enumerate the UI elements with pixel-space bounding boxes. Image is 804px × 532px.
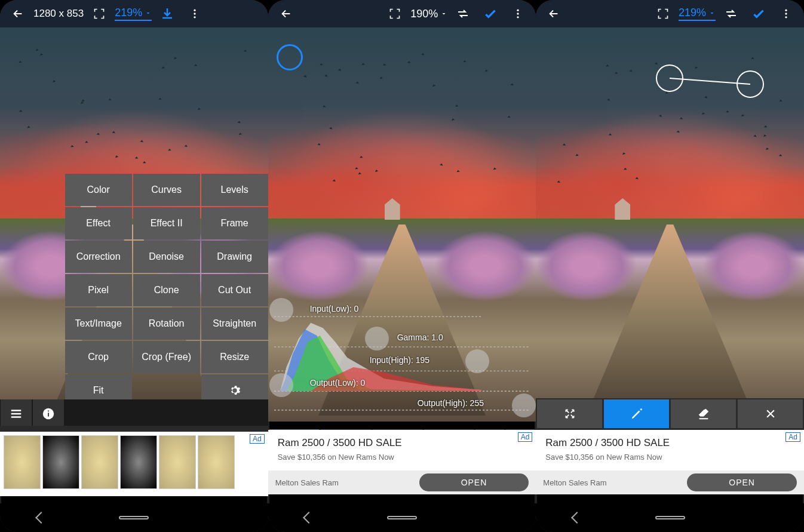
svg-point-13 bbox=[785, 13, 787, 14]
label-input-low: Input(Low): bbox=[310, 304, 352, 313]
handle-input-low[interactable] bbox=[269, 298, 293, 322]
screen-levels: 190% ▾▾▾▾▾▾▾▾▾▾▾▾▾▾▾▾▾▾▾▾▾▾▾▾▾▾▾▾ bbox=[268, 0, 536, 532]
android-navbar bbox=[0, 503, 268, 532]
label-input-high: Input(High): bbox=[370, 355, 413, 365]
ad-subtitle: Save $10,356 on New Rams Now bbox=[545, 453, 662, 462]
fullscreen-icon[interactable] bbox=[383, 2, 407, 26]
ad-badge[interactable]: Ad bbox=[785, 432, 800, 442]
menu-cropfree[interactable]: Crop (Free) bbox=[133, 341, 200, 373]
svg-point-4 bbox=[517, 10, 519, 11]
nav-back-icon[interactable] bbox=[35, 512, 47, 524]
menu-drawing[interactable]: Drawing bbox=[201, 241, 268, 273]
ad-badge[interactable]: Ad bbox=[518, 432, 533, 442]
zoom-dropdown[interactable]: 219% bbox=[115, 7, 152, 21]
image-dimensions: 1280 x 853 bbox=[33, 8, 84, 20]
menu-textimage[interactable]: Text/Image bbox=[65, 307, 132, 340]
handle-gamma[interactable] bbox=[365, 327, 389, 350]
ad-title: Ram 2500 / 3500 HD SALE bbox=[278, 437, 402, 449]
ad-open-button[interactable]: OPEN bbox=[687, 473, 797, 491]
back-icon[interactable] bbox=[542, 2, 566, 26]
ad-thumb[interactable] bbox=[198, 435, 235, 489]
overflow-icon[interactable] bbox=[183, 2, 207, 26]
nav-back-icon[interactable] bbox=[571, 512, 583, 524]
ad-thumb[interactable] bbox=[159, 435, 196, 489]
compare-icon[interactable] bbox=[719, 2, 743, 26]
back-icon[interactable] bbox=[274, 2, 298, 26]
back-icon[interactable] bbox=[6, 2, 30, 26]
nav-home-icon[interactable] bbox=[119, 516, 149, 519]
ad-open-button[interactable]: OPEN bbox=[419, 473, 529, 491]
ad-thumb[interactable] bbox=[120, 435, 157, 489]
menu-straighten[interactable]: Straighten bbox=[201, 307, 268, 340]
svg-point-1 bbox=[194, 13, 196, 14]
menu-clone[interactable]: Clone bbox=[133, 274, 200, 306]
nav-back-icon[interactable] bbox=[303, 512, 315, 524]
apply-icon[interactable] bbox=[478, 2, 502, 26]
expand-icon[interactable] bbox=[537, 399, 602, 428]
topbar: 190% bbox=[268, 0, 536, 27]
picker-ring-icon[interactable] bbox=[277, 44, 303, 70]
image-canvas[interactable]: ▾▾▾▾▾▾▾▾▾▾▾▾▾▾▾▾▾▾▾▾▾▾▾▾▾▾▾▾ Color Curve… bbox=[0, 27, 268, 460]
ad-thumb[interactable] bbox=[81, 435, 118, 489]
zoom-dropdown[interactable]: 219% bbox=[679, 7, 716, 21]
ad-thumb[interactable] bbox=[42, 435, 79, 489]
label-output-high: Output(High): bbox=[418, 398, 468, 408]
apply-icon[interactable] bbox=[747, 2, 771, 26]
label-gamma: Gamma: bbox=[397, 333, 429, 342]
fullscreen-icon[interactable] bbox=[87, 2, 111, 26]
tools-menu: Color Curves Levels Effect Effect II Fra… bbox=[65, 174, 268, 407]
quick-row bbox=[0, 399, 268, 428]
ad-title: Ram 2500 / 3500 HD SALE bbox=[545, 437, 670, 449]
android-navbar bbox=[268, 503, 536, 532]
android-navbar bbox=[536, 503, 804, 532]
nav-home-icon[interactable] bbox=[655, 516, 685, 519]
menu-rotation[interactable]: Rotation bbox=[133, 307, 200, 340]
download-icon[interactable] bbox=[155, 2, 179, 26]
close-icon[interactable] bbox=[738, 399, 803, 428]
menu-effect[interactable]: Effect bbox=[65, 207, 132, 239]
topbar: 219% bbox=[536, 0, 804, 27]
zoom-dropdown[interactable]: 190% bbox=[410, 8, 447, 20]
menu-color[interactable]: Color bbox=[65, 174, 132, 206]
handle-output-low[interactable] bbox=[269, 373, 293, 397]
ad-source: Melton Sales Ram bbox=[543, 478, 606, 487]
menu-cutout[interactable]: Cut Out bbox=[201, 274, 268, 306]
menu-pixel[interactable]: Pixel bbox=[65, 274, 132, 306]
pencil-icon[interactable] bbox=[604, 399, 669, 428]
eraser-icon[interactable] bbox=[671, 399, 736, 428]
screen-main: 1280 x 853 219% ▾▾▾▾▾▾▾▾▾▾▾▾▾▾▾▾▾▾▾▾▾▾▾▾… bbox=[0, 0, 268, 532]
ad-strip[interactable]: Ad bbox=[0, 432, 268, 496]
info-icon[interactable] bbox=[33, 399, 64, 428]
menu-frame[interactable]: Frame bbox=[201, 207, 268, 239]
nav-home-icon[interactable] bbox=[387, 516, 417, 519]
ad-badge[interactable]: Ad bbox=[250, 434, 265, 444]
fullscreen-icon[interactable] bbox=[651, 2, 675, 26]
line-handles[interactable] bbox=[655, 63, 774, 99]
compare-icon[interactable] bbox=[451, 2, 475, 26]
menu-crop[interactable]: Crop bbox=[65, 341, 132, 373]
overflow-icon[interactable] bbox=[774, 2, 798, 26]
ad-banner[interactable]: Ram 2500 / 3500 HD SALE Save $10,356 on … bbox=[536, 430, 804, 494]
svg-point-5 bbox=[517, 13, 519, 14]
menu-denoise[interactable]: Denoise bbox=[133, 241, 200, 273]
image-canvas[interactable]: ▾▾▾▾▾▾▾▾▾▾▾▾▾▾▾▾▾▾▾▾▾▾▾▾▾▾▾▾ Input(Low):… bbox=[268, 27, 536, 460]
svg-point-2 bbox=[194, 16, 196, 18]
menu-levels[interactable]: Levels bbox=[201, 174, 268, 206]
svg-point-14 bbox=[785, 16, 787, 18]
overflow-icon[interactable] bbox=[506, 2, 530, 26]
menu-curves[interactable]: Curves bbox=[133, 174, 200, 206]
menu-correction[interactable]: Correction bbox=[65, 241, 132, 273]
handle-input-high[interactable] bbox=[465, 349, 489, 373]
menu-resize[interactable]: Resize bbox=[201, 341, 268, 373]
menu-effect2[interactable]: Effect II bbox=[133, 207, 200, 239]
svg-point-0 bbox=[194, 10, 196, 11]
levels-histogram[interactable]: Input(Low): 0 Gamma: 1.0 Input(High): 19… bbox=[274, 304, 530, 411]
handle-output-high[interactable] bbox=[512, 393, 536, 417]
menu-icon[interactable] bbox=[1, 399, 32, 428]
image-canvas[interactable]: ▾▾▾▾▾▾▾▾▾▾▾▾▾▾▾▾▾▾▾▾▾▾▾▾▾▾▾▾ bbox=[536, 27, 804, 460]
svg-point-12 bbox=[785, 10, 787, 11]
ad-banner[interactable]: Ram 2500 / 3500 HD SALE Save $10,356 on … bbox=[268, 430, 536, 494]
birds: ▾▾▾▾▾▾▾▾▾▾▾▾▾▾▾▾▾▾▾▾▾▾▾▾▾▾▾▾ bbox=[12, 45, 256, 189]
ad-subtitle: Save $10,356 on New Rams Now bbox=[278, 453, 394, 462]
ad-thumb[interactable] bbox=[4, 435, 41, 489]
